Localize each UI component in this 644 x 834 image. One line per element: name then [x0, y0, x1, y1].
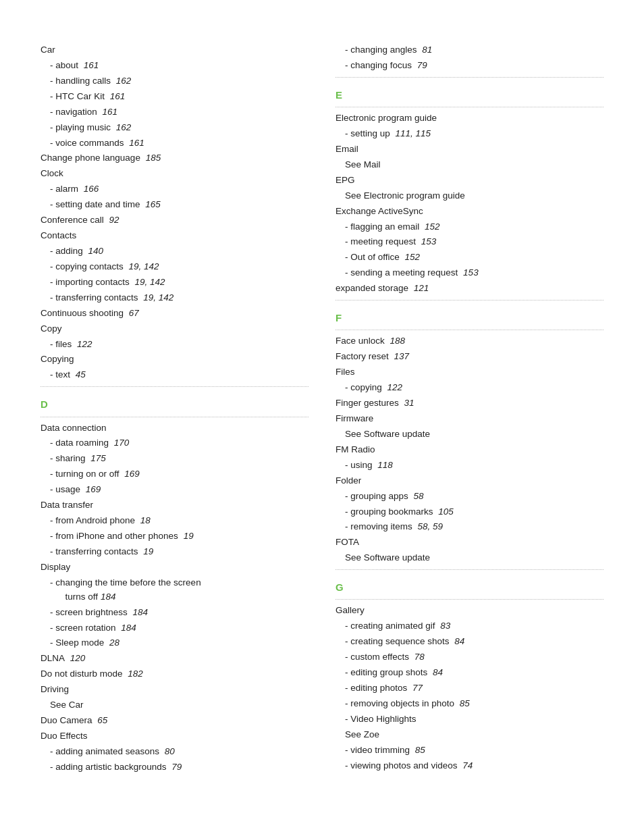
index-main-entry: Electronic program guide: [336, 111, 603, 126]
entry-number: 85: [412, 745, 425, 755]
entry-number: 121: [411, 283, 429, 293]
index-main-entry: Duo Camera 65: [41, 714, 308, 728]
index-main-entry: Duo Effects: [41, 729, 308, 744]
index-sub-entry: - adding artistic backgrounds 79: [41, 760, 308, 775]
index-sub-entry: - usage 169: [41, 483, 308, 497]
entry-number: 58: [411, 491, 424, 501]
entry-number: 80: [162, 746, 175, 756]
index-sub-entry: - Out of office 152: [336, 251, 603, 265]
entry-number: 81: [420, 45, 433, 55]
index-sub-entry: - adding 140: [41, 244, 308, 259]
index-sub-entry: - grouping apps 58: [336, 490, 603, 504]
index-sub-entry: - changing the time before the screen tu…: [41, 576, 308, 604]
index-sub-entry: - importing contacts 19, 142: [41, 276, 308, 290]
index-sub-entry: - using 118: [336, 459, 603, 473]
see-reference: See Car: [41, 698, 308, 712]
index-sub-entry: - setting up 111, 115: [336, 127, 603, 141]
entry-number: 31: [402, 398, 414, 408]
index-sub-entry: - text 45: [41, 368, 308, 382]
section-divider: [336, 107, 603, 107]
entry-number: 161: [100, 107, 117, 117]
index-sub-entry: - creating animated gif 83: [336, 619, 603, 633]
index-sub-entry: - data roaming 170: [41, 436, 308, 450]
entry-number: 185: [143, 153, 161, 163]
entry-number: 118: [375, 460, 393, 470]
entry-number: 140: [86, 246, 103, 256]
index-main-entry: Display: [41, 561, 308, 575]
section-divider: [336, 569, 603, 570]
entry-number: 169: [83, 484, 101, 494]
index-sub-entry: - playing music 162: [41, 121, 308, 135]
entry-number: 28: [107, 637, 119, 648]
section-divider: [41, 417, 308, 417]
right-column: - changing angles 81- changing focus 79E…: [336, 43, 603, 776]
entry-number: 165: [143, 199, 161, 209]
entry-number: 84: [430, 667, 443, 677]
index-sub-entry: - screen brightness 184: [41, 606, 308, 620]
index-sub-entry: - viewing photos and videos 74: [336, 759, 603, 773]
entry-number: 58, 59: [415, 521, 443, 531]
section-divider: [336, 330, 603, 330]
entry-number: 79: [414, 60, 427, 70]
index-main-entry: Driving: [41, 683, 308, 697]
index-main-entry: Firmware: [336, 412, 603, 426]
index-sub-entry: - creating sequence shots 84: [336, 635, 603, 649]
entry-number: 105: [436, 506, 454, 517]
index-sub-entry: - files 122: [41, 338, 308, 352]
entry-number: 153: [419, 236, 436, 246]
index-sub-entry: - removing items 58, 59: [336, 520, 603, 534]
entry-number: 169: [122, 469, 140, 479]
index-columns: Car- about 161- handling calls 162- HTC …: [41, 43, 603, 776]
index-main-entry: Finger gestures 31: [336, 396, 603, 411]
section-letter-e: E: [336, 87, 603, 103]
entry-number: 19, 142: [132, 277, 165, 287]
index-sub-entry: - custom effects 78: [336, 650, 603, 664]
entry-number: 84: [452, 636, 465, 646]
left-column: Car- about 161- handling calls 162- HTC …: [41, 43, 308, 776]
index-sub-entry: - Sleep mode 28: [41, 636, 308, 650]
section-divider: [336, 77, 603, 78]
index-sub-entry: - setting date and time 165: [41, 198, 308, 212]
entry-number: 85: [457, 698, 470, 708]
see-reference: See Software update: [336, 427, 603, 442]
index-main-entry: Gallery: [336, 604, 603, 618]
index-sub-entry: - editing group shots 84: [336, 666, 603, 680]
index-sub-entry: - changing focus 79: [336, 59, 603, 73]
see-reference: See Zoe: [336, 728, 603, 742]
entry-number: 92: [107, 215, 119, 225]
index-main-entry: Copy: [41, 322, 308, 336]
index-sub-entry: - turning on or off 169: [41, 467, 308, 481]
section-divider: [336, 300, 603, 301]
index-main-entry: EPG: [336, 174, 603, 188]
index-main-entry: Copying: [41, 353, 308, 367]
index-main-entry: FM Radio: [336, 443, 603, 457]
index-sub-entry: - from Android phone 18: [41, 514, 308, 528]
see-reference: See Software update: [336, 551, 603, 565]
entry-number: 152: [402, 252, 420, 262]
entry-number: 161: [81, 60, 99, 70]
entry-number: 74: [460, 760, 473, 771]
entry-number: 19: [181, 531, 194, 541]
see-reference: See Electronic program guide: [336, 189, 603, 203]
entry-number: 188: [387, 336, 405, 346]
section-divider: [336, 599, 603, 600]
index-main-entry: Email: [336, 142, 603, 157]
index-main-entry: Data transfer: [41, 498, 308, 513]
entry-number: 120: [68, 653, 85, 663]
entry-number: 182: [126, 669, 143, 679]
index-main-entry: Face unlock 188: [336, 334, 603, 348]
entry-number: 67: [126, 308, 139, 318]
entry-number: 162: [113, 122, 131, 132]
index-sub-entry: - video trimming 85: [336, 744, 603, 758]
section-letter-g: G: [336, 579, 603, 595]
index-sub-entry: - meeting request 153: [336, 235, 603, 249]
entry-number: 184: [130, 607, 148, 617]
index-sub-entry: - copying 122: [336, 381, 603, 395]
section-letter-d: D: [41, 396, 308, 412]
entry-number: 45: [73, 369, 86, 380]
entry-number: 19, 142: [126, 261, 159, 271]
index-sub-entry: - sharing 175: [41, 452, 308, 466]
index-sub-entry: - voice commands 161: [41, 136, 308, 151]
index-sub-entry: - from iPhone and other phones 19: [41, 529, 308, 544]
index-sub-entry: - screen rotation 184: [41, 621, 308, 635]
